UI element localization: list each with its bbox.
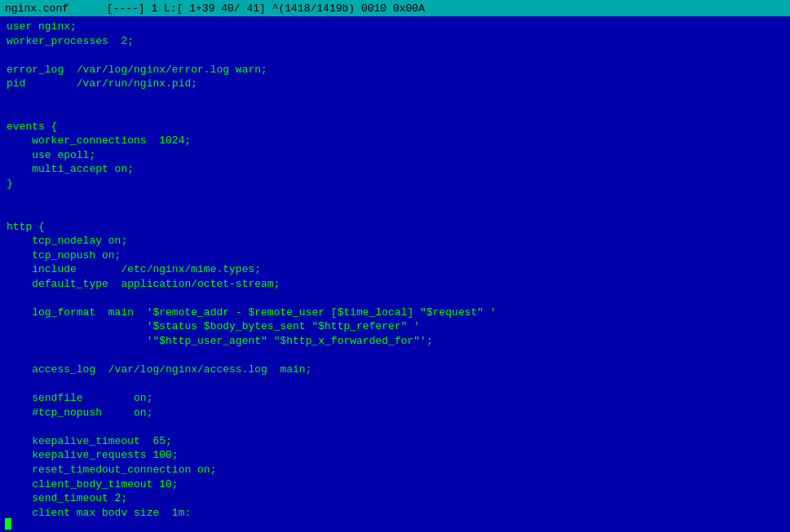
spacer2 (145, 2, 152, 15)
spacer3 (266, 2, 272, 15)
mode: [----] (107, 2, 145, 15)
position: 1 L:[ 1+39 40/ 41] (151, 2, 265, 15)
hex-info: ^(1418/1419b) 0010 0x00A (272, 2, 425, 15)
editor-area[interactable]: user nginx; worker_processes 2; error_lo… (0, 16, 790, 516)
spacer1 (68, 2, 107, 15)
filename: nginx.conf (5, 2, 68, 15)
bottom-bar (0, 516, 790, 532)
cursor-icon (5, 518, 11, 530)
status-bar: nginx.conf [----] 1 L:[ 1+39 40/ 41] ^(1… (0, 0, 790, 16)
